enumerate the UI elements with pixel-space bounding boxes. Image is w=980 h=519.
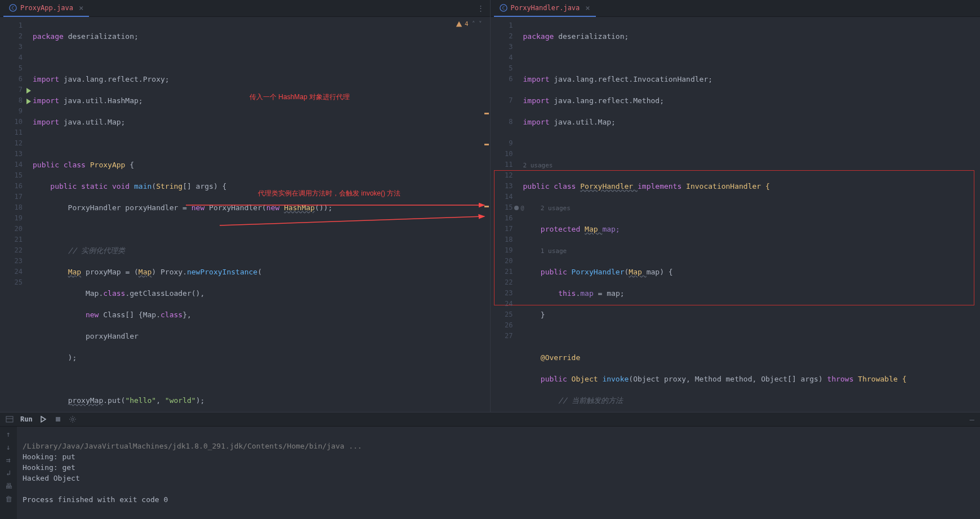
console-output[interactable]: /Library/Java/JavaVirtualMachines/jdk1.8… <box>17 427 980 519</box>
print-icon[interactable]: 🖶 <box>5 482 12 490</box>
svg-point-10 <box>72 418 74 420</box>
console-line: Hooking: get <box>23 463 75 472</box>
tab-proxyapp[interactable]: C ProxyApp.java × <box>3 0 89 17</box>
trash-icon[interactable]: 🗑 <box>5 495 12 503</box>
stop-icon[interactable] <box>54 415 62 423</box>
tab-label: ProxyApp.java <box>20 4 73 12</box>
up-icon[interactable]: ↑ <box>6 430 11 438</box>
right-tabbar: C PorxyHandler.java × <box>491 0 981 17</box>
left-gutter: 123 456 7 8 91011 121314 151617 181920 2… <box>0 17 33 412</box>
usage-hint[interactable]: 2 usages <box>523 160 553 171</box>
tab-label: PorxyHandler.java <box>511 4 580 12</box>
console-line: Hacked Object <box>23 474 80 482</box>
filter-icon[interactable]: ⇉ <box>6 456 11 464</box>
java-class-icon: C <box>9 4 17 12</box>
run-panel: Run — ↑ ↓ ⇉ ↲ 🖶 🗑 /Library/Java/JavaVirt… <box>0 412 980 519</box>
left-editor[interactable]: 4 ˄ ˅ 123 456 7 8 91011 121314 151617 18… <box>0 17 490 412</box>
console-wrap: ↑ ↓ ⇉ ↲ 🖶 🗑 /Library/Java/JavaVirtualMac… <box>0 427 980 519</box>
settings-icon[interactable] <box>69 415 77 423</box>
console-line: /Library/Java/JavaVirtualMachines/jdk1.8… <box>23 442 362 450</box>
svg-rect-7 <box>6 416 13 422</box>
layout-icon[interactable] <box>6 415 14 423</box>
ide-root: C ProxyApp.java × ⋮ 4 ˄ ˅ 123 <box>0 0 980 519</box>
usage-hint[interactable]: 1 usage <box>541 246 567 256</box>
right-code[interactable]: package deserialization; import java.lan… <box>523 17 981 412</box>
close-icon[interactable]: × <box>585 3 590 12</box>
left-code[interactable]: package deserialization; import java.lan… <box>33 17 490 412</box>
console-line: Hooking: put <box>23 453 75 461</box>
svg-text:C: C <box>12 5 15 10</box>
hide-panel-icon[interactable]: — <box>970 415 974 424</box>
console-side-toolbar: ↑ ↓ ⇉ ↲ 🖶 🗑 <box>0 427 17 519</box>
wrap-icon[interactable]: ↲ <box>6 469 11 477</box>
java-class-icon: C <box>500 4 507 12</box>
right-pane: C PorxyHandler.java × 123 456 7 8 91011 <box>491 0 981 412</box>
left-pane: C ProxyApp.java × ⋮ 4 ˄ ˅ 123 <box>0 0 491 412</box>
editor-split: C ProxyApp.java × ⋮ 4 ˄ ˅ 123 <box>0 0 980 412</box>
right-gutter: 123 456 7 8 91011 1213 14@ 151617 181920… <box>491 17 523 412</box>
tabbar-more-icon[interactable]: ⋮ <box>477 4 485 12</box>
run-toolbar: Run — <box>0 412 980 427</box>
right-editor[interactable]: 123 456 7 8 91011 1213 14@ 151617 181920… <box>491 17 981 412</box>
svg-rect-9 <box>56 417 60 422</box>
rerun-icon[interactable] <box>39 415 47 423</box>
down-icon[interactable]: ↓ <box>6 443 11 451</box>
run-label: Run <box>20 415 33 423</box>
svg-text:C: C <box>502 5 505 10</box>
close-icon[interactable]: × <box>79 3 83 12</box>
console-line: Process finished with exit code 0 <box>23 495 168 504</box>
usage-hint[interactable]: 2 usages <box>541 203 571 214</box>
tab-porxyhandler[interactable]: C PorxyHandler.java × <box>494 0 596 17</box>
left-tabbar: C ProxyApp.java × ⋮ <box>0 0 490 17</box>
